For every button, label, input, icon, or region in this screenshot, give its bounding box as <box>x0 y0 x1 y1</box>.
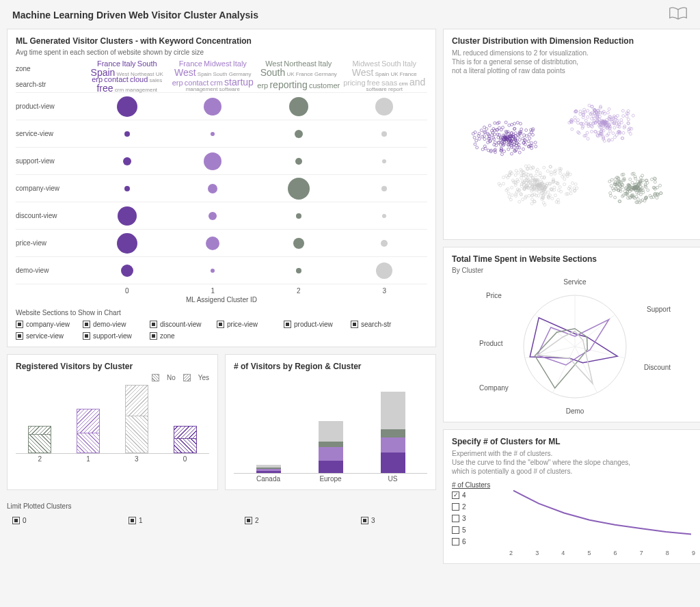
elbow-tick-9: 9 <box>692 550 695 556</box>
svg-point-554 <box>656 196 658 199</box>
filter-price-view[interactable]: price-view <box>217 321 271 328</box>
svg-point-543 <box>629 178 632 180</box>
limit-cluster-3[interactable]: 3 <box>361 517 416 524</box>
bubble-demo-view-c0[interactable] <box>121 265 133 277</box>
sections-filter-label: Website Sections to Show in Chart <box>16 309 427 316</box>
checkbox-icon <box>452 503 459 511</box>
limit-cluster-1[interactable]: 1 <box>129 517 183 524</box>
svg-point-128 <box>498 133 500 136</box>
filter-search-str[interactable]: search-str <box>351 321 405 328</box>
reg-xlabel-1: 1 <box>71 454 106 463</box>
svg-point-171 <box>494 122 496 124</box>
filter-product-view[interactable]: product-view <box>284 321 338 328</box>
svg-point-187 <box>504 121 507 124</box>
svg-point-8 <box>475 139 478 142</box>
cluster-count-option-4[interactable]: 4 <box>452 491 500 499</box>
cluster-count-option-5[interactable]: 5 <box>452 526 500 534</box>
reg-bar-0[interactable] <box>167 386 202 453</box>
svg-point-592 <box>636 198 639 200</box>
bubble-service-view-c2[interactable] <box>295 130 303 138</box>
bubble-price-view-c1[interactable] <box>206 237 219 250</box>
svg-point-751 <box>574 183 577 185</box>
svg-point-368 <box>611 138 614 141</box>
svg-point-287 <box>606 111 609 114</box>
elbow-tick-7: 7 <box>640 550 643 556</box>
bubble-company-view-c0[interactable] <box>124 186 130 191</box>
svg-point-89 <box>530 147 533 150</box>
svg-point-78 <box>510 152 513 155</box>
filter-support-view[interactable]: support-view <box>83 332 137 340</box>
elbow-tick-3: 3 <box>535 550 539 556</box>
bubble-product-view-c3[interactable] <box>375 98 393 116</box>
reg-bar-3[interactable] <box>120 386 154 453</box>
svg-point-646 <box>558 186 561 189</box>
bubble-price-view-c0[interactable] <box>117 233 137 254</box>
svg-point-437 <box>614 196 617 199</box>
cluster-count-option-3[interactable]: 3 <box>452 515 500 522</box>
cluster-count-option-2[interactable]: 2 <box>452 503 500 511</box>
bubble-support-view-c1[interactable] <box>204 152 221 170</box>
manual-icon[interactable] <box>669 7 688 23</box>
svg-point-571 <box>639 193 642 195</box>
bubble-support-view-c0[interactable] <box>123 157 131 165</box>
reg-bar-1[interactable] <box>71 386 106 453</box>
checkbox-icon <box>217 321 224 328</box>
reg-xlabel-3: 3 <box>120 454 154 463</box>
bubble-discount-view-c1[interactable] <box>208 212 217 220</box>
svg-point-39 <box>472 133 474 135</box>
svg-point-672 <box>515 195 517 198</box>
svg-point-802 <box>571 182 574 185</box>
radar-subtitle: By Cluster <box>452 267 698 274</box>
elbow-tick-2: 2 <box>509 550 513 556</box>
region-bar-Europe[interactable] <box>310 378 351 473</box>
bubble-demo-view-c3[interactable] <box>376 262 392 279</box>
svg-point-628 <box>514 184 517 187</box>
svg-point-472 <box>614 178 617 180</box>
svg-point-823 <box>507 192 510 195</box>
bubble-discount-view-c2[interactable] <box>296 213 301 219</box>
bubble-product-view-c1[interactable] <box>204 98 221 116</box>
svg-point-633 <box>511 193 513 196</box>
bubble-service-view-c1[interactable] <box>211 132 215 136</box>
legend-yes-label: Yes <box>198 374 209 381</box>
checkbox-icon <box>150 321 157 328</box>
filter-zone[interactable]: zone <box>150 332 204 340</box>
bubble-discount-view-c3[interactable] <box>382 214 386 218</box>
bubble-support-view-c3[interactable] <box>382 159 386 163</box>
bubble-company-view-c1[interactable] <box>208 184 217 193</box>
svg-point-755 <box>546 170 549 172</box>
elbow-title: Specify # of Clusters for ML <box>452 437 698 446</box>
region-bar-US[interactable] <box>372 378 414 473</box>
bubble-product-view-c2[interactable] <box>289 97 308 116</box>
bubble-company-view-c3[interactable] <box>381 186 387 191</box>
bubble-matrix-panel: ML Generated Visitor Clusters - with Key… <box>7 29 436 347</box>
bubble-product-view-c0[interactable] <box>117 96 137 117</box>
bubble-price-view-c2[interactable] <box>293 238 304 249</box>
reg-bar-2[interactable] <box>23 386 57 453</box>
limit-cluster-2[interactable]: 2 <box>245 517 299 524</box>
bubble-support-view-c2[interactable] <box>295 158 302 165</box>
filter-discount-view[interactable]: discount-view <box>150 321 204 328</box>
region-bar-Canada[interactable] <box>247 378 289 473</box>
svg-point-787 <box>528 165 530 167</box>
bubble-discount-view-c0[interactable] <box>118 206 137 226</box>
bubble-demo-view-c1[interactable] <box>211 269 215 273</box>
checkbox-icon <box>351 321 358 328</box>
bubble-company-view-c2[interactable] <box>288 178 310 200</box>
bubble-service-view-c3[interactable] <box>381 131 387 137</box>
filter-demo-view[interactable]: demo-view <box>83 321 137 328</box>
svg-point-497 <box>639 176 642 179</box>
cluster-count-option-6[interactable]: 6 <box>452 538 500 545</box>
scatter-plot <box>452 75 698 232</box>
elbow-tick-6: 6 <box>614 550 617 556</box>
bubble-service-view-c0[interactable] <box>124 131 130 137</box>
limit-cluster-0[interactable]: 0 <box>12 517 67 524</box>
svg-point-275 <box>587 109 589 112</box>
bubble-price-view-c3[interactable] <box>381 240 388 247</box>
svg-point-138 <box>528 133 530 136</box>
svg-point-195 <box>485 128 488 131</box>
filter-service-view[interactable]: service-view <box>16 332 70 340</box>
scatter-title: Cluster Distribution with Dimension Redu… <box>452 36 698 46</box>
bubble-demo-view-c2[interactable] <box>296 268 301 273</box>
filter-company-view[interactable]: company-view <box>16 321 70 328</box>
